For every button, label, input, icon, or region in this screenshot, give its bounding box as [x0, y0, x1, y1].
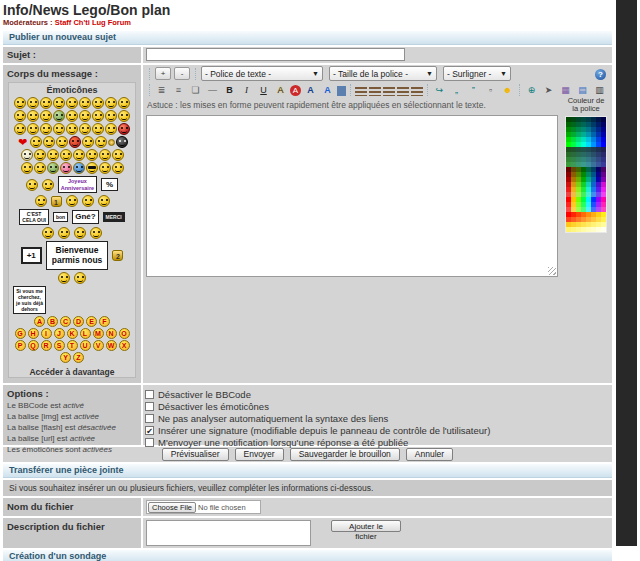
smiley-emoticon[interactable] [98, 195, 110, 207]
file-description-textarea[interactable] [146, 520, 311, 546]
letter-emoticon[interactable]: C [60, 316, 71, 327]
smiley-emoticon[interactable] [112, 149, 124, 161]
video-icon[interactable]: ▥ [592, 83, 607, 97]
palette-color-cell[interactable] [601, 227, 606, 232]
option-checkbox[interactable] [145, 414, 154, 423]
devil-emoticon[interactable] [69, 136, 81, 148]
align-justify-icon[interactable] [397, 87, 409, 96]
trophy-emoticon[interactable]: 1 [51, 196, 62, 207]
letter-emoticon[interactable]: Y [60, 352, 71, 363]
smiley-emoticon[interactable] [14, 123, 26, 135]
letter-emoticon[interactable]: M [93, 328, 104, 339]
align-right-icon[interactable] [383, 87, 395, 96]
letter-emoticon[interactable]: Z [73, 352, 84, 363]
smiley-emoticon[interactable] [30, 136, 42, 148]
smiley-emoticon[interactable] [95, 136, 107, 148]
letter-emoticon[interactable]: A [34, 316, 45, 327]
more-emoticons-link[interactable]: Accéder à davantage d'émoticônes [9, 367, 135, 378]
smiley-emoticon[interactable] [42, 179, 54, 191]
option-checkbox[interactable] [145, 402, 154, 411]
smiley-emoticon[interactable] [53, 97, 65, 109]
smiley-emoticon[interactable] [74, 227, 86, 239]
flash-icon[interactable]: ▤ [575, 83, 590, 97]
smiley-emoticon[interactable] [40, 97, 52, 109]
underline-icon[interactable]: U [256, 83, 271, 97]
letter-emoticon[interactable]: W [106, 340, 117, 351]
smiley-emoticon[interactable] [79, 123, 91, 135]
smiley-emoticon[interactable] [79, 97, 91, 109]
highlight-block-icon[interactable] [337, 86, 346, 96]
letter-emoticon[interactable]: T [67, 340, 78, 351]
moderators-link[interactable]: Staff Ch'ti Lug Forum [55, 18, 131, 27]
ordered-list-icon[interactable]: ≡ [171, 83, 186, 97]
emoticon-icon[interactable]: ☻ [500, 83, 515, 97]
letter-emoticon[interactable]: X [119, 340, 130, 351]
blue-emoticon[interactable] [73, 162, 85, 174]
trophy-emoticon[interactable]: 2 [112, 250, 123, 261]
smiley-emoticon[interactable] [99, 162, 111, 174]
smiley-emoticon[interactable] [56, 136, 68, 148]
smiley-emoticon[interactable] [27, 97, 39, 109]
smiley-emoticon[interactable] [66, 97, 78, 109]
letter-emoticon[interactable]: F [99, 316, 110, 327]
font-size-decrease-button[interactable]: - [174, 67, 190, 80]
letter-emoticon[interactable]: J [54, 328, 65, 339]
smiley-emoticon[interactable] [99, 149, 111, 161]
add-file-button[interactable]: Ajouter le fichier [331, 520, 401, 532]
smiley-emoticon[interactable] [34, 149, 46, 161]
bold-icon[interactable]: B [222, 83, 237, 97]
letter-emoticon[interactable]: E [86, 316, 97, 327]
letter-emoticon[interactable]: P [15, 340, 26, 351]
cursor-icon[interactable]: ➤ [541, 83, 556, 97]
smiley-emoticon[interactable] [118, 110, 130, 122]
smiley-emoticon[interactable] [53, 123, 65, 135]
smiley-emoticon[interactable] [92, 110, 104, 122]
smiley-emoticon[interactable] [82, 136, 94, 148]
font-size-select[interactable]: - Taille de la police -▼ [329, 66, 437, 81]
font-style-icon[interactable]: A [320, 83, 335, 97]
quote-icon[interactable]: ↪ [432, 83, 447, 97]
sunglasses-emoticon[interactable] [86, 162, 98, 174]
smiley-emoticon[interactable] [14, 97, 26, 109]
pink-emoticon[interactable] [60, 162, 72, 174]
message-textarea[interactable] [146, 115, 558, 277]
unordered-list-icon[interactable]: ≣ [154, 83, 169, 97]
smiley-emoticon[interactable] [118, 97, 130, 109]
pale-emoticon[interactable] [21, 149, 33, 161]
dark-emoticon[interactable] [116, 136, 128, 148]
smiley-emoticon[interactable] [86, 149, 98, 161]
smiley-emoticon[interactable] [26, 179, 38, 191]
remove-format-icon[interactable]: A [290, 85, 301, 96]
font-family-select[interactable]: - Police de texte -▼ [201, 66, 323, 81]
smiley-emoticon[interactable] [60, 149, 72, 161]
smiley-emoticon[interactable] [92, 97, 104, 109]
letter-emoticon[interactable]: H [28, 328, 39, 339]
sign-emoticon[interactable]: C'EST CELA OUI [19, 209, 49, 225]
coin-emoticon[interactable] [108, 139, 115, 146]
subject-input[interactable] [146, 48, 405, 61]
option-checkbox[interactable] [145, 438, 154, 447]
option-checkbox[interactable]: ✔ [145, 426, 154, 435]
smiley-emoticon[interactable] [58, 227, 70, 239]
font-size-increase-button[interactable]: + [155, 67, 171, 80]
link-icon[interactable]: ⊕ [524, 83, 539, 97]
letter-emoticon[interactable]: N [106, 328, 117, 339]
inline-code-icon[interactable]: ‟ [466, 83, 481, 97]
sign-emoticon[interactable]: Si vous me cherchez, je suis déjà dehors [13, 286, 46, 314]
smiley-emoticon[interactable] [112, 162, 124, 174]
smiley-emoticon[interactable] [42, 227, 54, 239]
smiley-emoticon[interactable] [90, 227, 102, 239]
letter-emoticon[interactable]: G [15, 328, 26, 339]
letter-emoticon[interactable]: B [47, 316, 58, 327]
italic-icon[interactable]: I [239, 83, 254, 97]
choose-file-button[interactable]: Choose File [148, 502, 196, 513]
smiley-emoticon[interactable] [92, 123, 104, 135]
font-color-icon[interactable]: A [303, 83, 318, 97]
smiley-emoticon[interactable] [43, 136, 55, 148]
table-icon[interactable]: ▫ [483, 83, 498, 97]
smiley-emoticon[interactable] [21, 162, 33, 174]
smiley-emoticon[interactable] [40, 110, 52, 122]
highlight-select[interactable]: - Surligner -▼ [443, 66, 511, 81]
letter-emoticon[interactable]: V [93, 340, 104, 351]
letter-emoticon[interactable]: K [67, 328, 78, 339]
